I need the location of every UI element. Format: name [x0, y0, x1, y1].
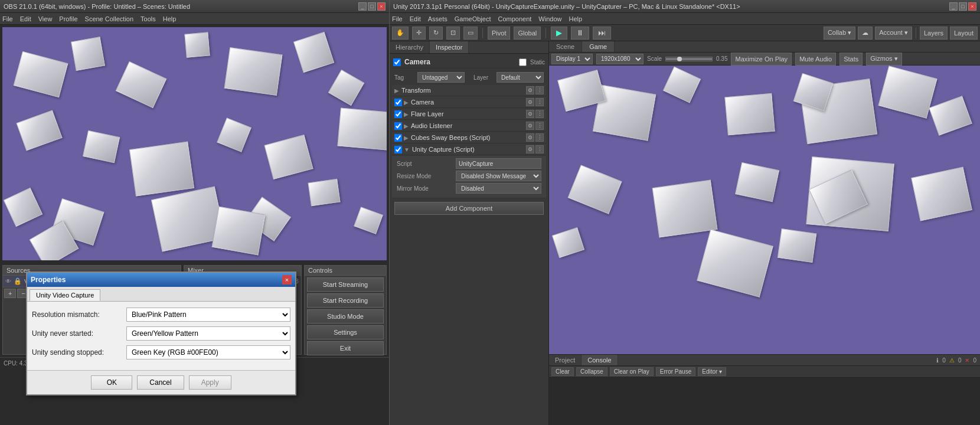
pause-btn[interactable]: ⏸: [571, 27, 589, 40]
comp-dot-audio[interactable]: ⋮: [535, 122, 544, 130]
prop-select-resolution[interactable]: Blue/Pink Pattern Green/Yellow Pattern G…: [126, 308, 290, 322]
scale-tool-btn[interactable]: ⊡: [446, 27, 460, 40]
script-label: Script: [397, 161, 456, 167]
global-btn[interactable]: Global: [514, 27, 541, 40]
props-cancel-btn[interactable]: Cancel: [137, 375, 184, 390]
comp-settings-transform[interactable]: ⚙: [526, 86, 534, 94]
cloud-btn[interactable]: ☁: [858, 27, 873, 40]
mute-audio-btn[interactable]: Mute Audio: [795, 53, 836, 66]
camera-enabled[interactable]: [394, 99, 402, 106]
tab-inspector[interactable]: Inspector: [430, 41, 469, 53]
rect-tool-btn[interactable]: ▭: [463, 27, 478, 40]
unity-minimize-btn[interactable]: _: [949, 2, 958, 11]
obs-menu-file[interactable]: File: [2, 15, 13, 22]
comp-settings-unity-capture[interactable]: ⚙: [526, 145, 534, 153]
mirror-select[interactable]: Disabled: [456, 183, 541, 194]
stats-btn[interactable]: Stats: [839, 53, 863, 66]
comp-settings-cubes[interactable]: ⚙: [526, 133, 534, 142]
comp-dot-flare[interactable]: ⋮: [535, 110, 544, 118]
prop-row-unity-started: Unity never started: Blue/Pink Pattern G…: [32, 326, 290, 341]
error-pause-btn[interactable]: Error Pause: [656, 367, 695, 376]
obs-maximize-btn[interactable]: □: [368, 2, 376, 11]
comp-btns-transform: ⚙ ⋮: [526, 86, 544, 94]
gizmos-btn[interactable]: Gizmos ▾: [866, 53, 901, 66]
obs-menu-scene-collection[interactable]: Scene Collection: [85, 15, 134, 22]
obs-minimize-btn[interactable]: _: [358, 2, 367, 11]
props-close-btn[interactable]: ×: [282, 275, 292, 285]
studio-mode-btn[interactable]: Studio Mode: [307, 309, 384, 323]
exit-btn[interactable]: Exit: [307, 341, 384, 355]
info-icon: ℹ: [936, 357, 939, 364]
step-btn[interactable]: ⏭: [593, 27, 611, 40]
comp-dot-camera[interactable]: ⋮: [535, 98, 544, 106]
obs-close-btn[interactable]: ×: [377, 2, 386, 11]
obs-menu-view[interactable]: View: [38, 15, 53, 22]
unity-menu-window[interactable]: Window: [538, 15, 561, 22]
layers-btn[interactable]: Layers: [920, 27, 948, 40]
props-tab-unity[interactable]: Unity Video Capture: [30, 289, 100, 301]
unity-menu-edit[interactable]: Edit: [410, 15, 421, 22]
unity-close-btn[interactable]: ×: [968, 2, 976, 11]
obs-menu-edit[interactable]: Edit: [20, 15, 31, 22]
unity-capture-enabled[interactable]: [394, 146, 402, 153]
unity-menu-file[interactable]: File: [392, 15, 403, 22]
obj-enabled-checkbox[interactable]: [393, 58, 401, 66]
clear-on-play-btn[interactable]: Clear on Play: [610, 367, 654, 376]
props-ok-btn[interactable]: OK: [91, 375, 132, 390]
unity-menu-component[interactable]: Component: [498, 15, 531, 22]
obs-menu-profile[interactable]: Profile: [59, 15, 77, 22]
flare-enabled[interactable]: [394, 110, 402, 118]
prop-select-unity-started[interactable]: Blue/Pink Pattern Green/Yellow Pattern G…: [126, 326, 290, 341]
sources-add-btn[interactable]: +: [4, 289, 16, 298]
unity-menu-gameobject[interactable]: GameObject: [455, 15, 491, 22]
comp-settings-audio[interactable]: ⚙: [526, 122, 534, 130]
maximize-on-play-btn[interactable]: Maximize On Play: [731, 53, 792, 66]
obs-menu-help[interactable]: Help: [163, 15, 177, 22]
display-select[interactable]: Display 1: [551, 54, 593, 64]
tag-select[interactable]: Untagged: [417, 72, 465, 83]
comp-dot-transform[interactable]: ⋮: [535, 86, 544, 94]
prop-label-resolution: Resolution mismatch:: [32, 310, 126, 319]
resolution-select[interactable]: 1920x1080: [596, 54, 643, 64]
prop-select-unity-stopped[interactable]: Blue/Pink Pattern Green/Yellow Pattern G…: [126, 345, 290, 359]
layer-select[interactable]: Default: [496, 72, 544, 83]
rotate-tool-btn[interactable]: ↻: [429, 27, 443, 40]
pivot-btn[interactable]: Pivot: [488, 27, 510, 40]
unity-menu-assets[interactable]: Assets: [428, 15, 447, 22]
scale-slider[interactable]: [665, 57, 713, 61]
settings-btn[interactable]: Settings: [307, 325, 384, 339]
tab-scene[interactable]: Scene: [549, 41, 582, 52]
comp-settings-camera[interactable]: ⚙: [526, 98, 534, 106]
clear-btn[interactable]: Clear: [551, 367, 574, 376]
obj-name: Camera: [404, 58, 430, 66]
static-checkbox[interactable]: [519, 58, 527, 66]
tab-hierarchy[interactable]: Hierarchy: [390, 41, 430, 53]
unity-toolbar: ✋ ✛ ↻ ⊡ ▭ Pivot Global ▶ ⏸ ⏭ Collab ▾ ☁ …: [390, 25, 980, 41]
unity-maximize-btn[interactable]: □: [959, 2, 967, 11]
layout-btn[interactable]: Layout: [950, 27, 978, 40]
collapse-btn[interactable]: Collapse: [576, 367, 607, 376]
editor-btn[interactable]: Editor ▾: [698, 367, 726, 376]
obs-menu-tools[interactable]: Tools: [141, 15, 156, 22]
resize-select[interactable]: Disabled Show Message: [456, 171, 541, 181]
tab-project[interactable]: Project: [549, 355, 582, 365]
info-count: 0: [942, 357, 946, 364]
collab-btn[interactable]: Collab ▾: [824, 27, 855, 40]
start-streaming-btn[interactable]: Start Streaming: [307, 277, 384, 292]
tab-console[interactable]: Console: [582, 355, 618, 365]
unity-menu-help[interactable]: Help: [569, 15, 582, 22]
play-btn[interactable]: ▶: [551, 27, 567, 40]
cubes-enabled[interactable]: [394, 134, 402, 142]
hand-tool-btn[interactable]: ✋: [392, 27, 409, 40]
tab-game[interactable]: Game: [582, 41, 615, 52]
comp-settings-flare[interactable]: ⚙: [526, 110, 534, 118]
account-btn[interactable]: Account ▾: [875, 27, 912, 40]
component-camera: ▶ Camera ⚙ ⋮: [392, 97, 546, 108]
props-apply-btn[interactable]: Apply: [189, 375, 231, 390]
comp-dot-cubes[interactable]: ⋮: [535, 133, 544, 142]
start-recording-btn[interactable]: Start Recording: [307, 293, 384, 308]
audio-enabled[interactable]: [394, 122, 402, 130]
add-component-btn[interactable]: Add Component: [394, 202, 544, 215]
comp-dot-unity-capture[interactable]: ⋮: [535, 145, 544, 153]
move-tool-btn[interactable]: ✛: [412, 27, 426, 40]
